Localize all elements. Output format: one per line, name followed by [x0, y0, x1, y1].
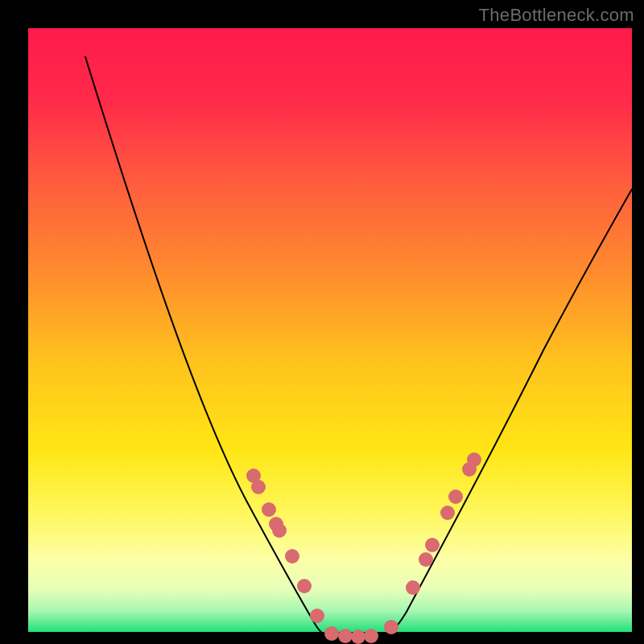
data-marker [406, 580, 420, 595]
data-marker [310, 609, 324, 623]
data-marker [251, 480, 266, 494]
data-marker [419, 552, 433, 567]
data-marker [364, 629, 378, 643]
data-marker [448, 489, 463, 504]
chart-svg [0, 0, 644, 644]
data-marker [467, 452, 481, 467]
data-marker [297, 579, 312, 593]
data-marker [272, 523, 287, 538]
data-marker [425, 538, 440, 552]
data-marker [351, 630, 365, 644]
data-marker [440, 506, 455, 520]
data-marker [324, 626, 339, 641]
data-marker [384, 620, 398, 634]
watermark-text: TheBottleneck.com [479, 5, 634, 26]
chart-frame: TheBottleneck.com [0, 0, 644, 644]
data-marker [338, 629, 353, 643]
data-marker [285, 549, 299, 564]
data-marker [262, 502, 276, 517]
plot-background [28, 28, 632, 632]
